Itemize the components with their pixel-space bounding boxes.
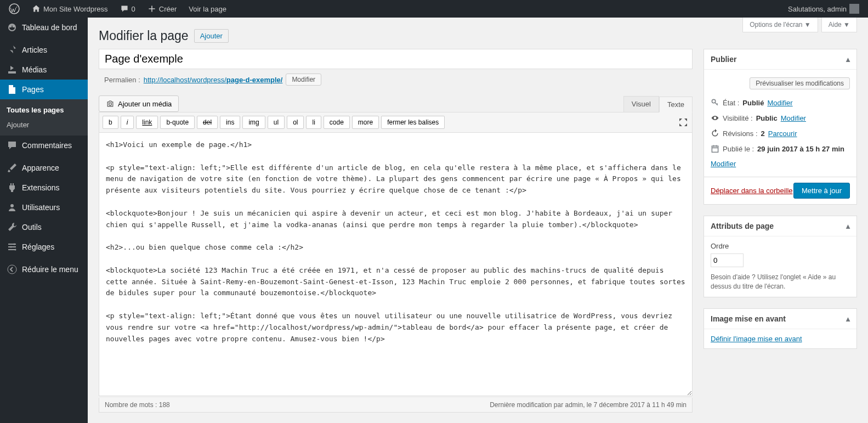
chevron-up-icon: ▴ [846, 55, 850, 64]
wp-logo[interactable] [4, 0, 24, 18]
screen-options-tab[interactable]: Options de l'écran ▼ [742, 18, 818, 32]
svg-point-7 [712, 99, 715, 103]
edit-date-link[interactable]: Modifier [711, 160, 736, 168]
sliders-icon [7, 241, 18, 252]
key-icon [711, 98, 719, 107]
comments-link[interactable]: 0 [116, 0, 140, 18]
published-date-row: Publié le : 29 juin 2017 à 15 h 27 min [711, 141, 850, 156]
main-content: Options de l'écran ▼ Aide ▼ Modifier la … [88, 18, 868, 423]
set-featured-image-link[interactable]: Définir l'image mise en avant [711, 335, 802, 343]
title-wrapper [99, 49, 693, 69]
camera-icon [106, 99, 115, 108]
pages-submenu: Toutes les pages Ajouter [0, 99, 88, 136]
qt-italic[interactable]: i [121, 116, 134, 129]
create-label: Créer [159, 5, 177, 13]
edit-slug-button[interactable]: Modifier [286, 74, 321, 86]
qt-ins[interactable]: ins [220, 116, 240, 129]
status-row: État : Publié Modifier [711, 95, 850, 110]
sidebar-item-settings[interactable]: Réglages [0, 237, 88, 257]
revisions-row: Révisions : 2 Parcourir [711, 126, 850, 141]
featured-image-header[interactable]: Image mise en avant ▴ [704, 309, 856, 329]
last-modified: Dernière modification par admin, le 7 dé… [490, 401, 687, 409]
permalink-url[interactable]: http://localhost/wordpress/page-d-exempl… [144, 76, 283, 84]
page-icon [7, 84, 18, 95]
sidebar-item-tools[interactable]: Outils [0, 217, 88, 237]
visibility-row: Visibilité : Public Modifier [711, 110, 850, 126]
sidebar-item-appearance[interactable]: Apparence [0, 158, 88, 178]
view-page-link[interactable]: Voir la page [184, 0, 231, 18]
qt-ul[interactable]: ul [268, 116, 285, 129]
qt-link[interactable]: link [136, 116, 158, 129]
permalink-label: Permalien : [104, 76, 140, 84]
editor-tab-text[interactable]: Texte [659, 97, 693, 112]
sidebar-item-comments[interactable]: Commentaires [0, 136, 88, 155]
new-content-link[interactable]: Créer [143, 0, 181, 18]
home-icon [32, 4, 41, 13]
dashboard-icon [7, 22, 18, 33]
plus-icon [147, 4, 156, 13]
eye-icon [711, 114, 719, 122]
browse-revisions-link[interactable]: Parcourir [768, 129, 797, 138]
menu-order-input[interactable] [711, 253, 744, 267]
title-input[interactable] [99, 49, 693, 69]
sidebar-item-posts[interactable]: Articles [0, 40, 88, 60]
preview-button[interactable]: Prévisualiser les modifications [750, 77, 850, 89]
featured-image-box: Image mise en avant ▴ Définir l'image mi… [704, 308, 857, 349]
trash-link[interactable]: Déplacer dans la corbeille [711, 187, 793, 195]
edit-status-link[interactable]: Modifier [767, 99, 792, 107]
page-attributes-header[interactable]: Attributs de page ▴ [704, 216, 856, 236]
qt-ol[interactable]: ol [287, 116, 304, 129]
sidebar-item-media[interactable]: Médias [0, 60, 88, 80]
submenu-add-page[interactable]: Ajouter [0, 117, 88, 132]
svg-point-3 [10, 246, 12, 248]
svg-point-2 [14, 244, 15, 245]
help-tab[interactable]: Aide ▼ [821, 18, 857, 32]
plugin-icon [7, 182, 18, 193]
sidebar-item-users[interactable]: Utilisateurs [0, 198, 88, 217]
svg-rect-8 [712, 146, 718, 152]
editor-tab-visual[interactable]: Visuel [623, 96, 659, 112]
qt-more[interactable]: more [352, 116, 379, 129]
avatar [849, 4, 859, 14]
qt-li[interactable]: li [306, 116, 321, 129]
edit-visibility-link[interactable]: Modifier [781, 114, 806, 122]
site-name-link[interactable]: Mon Site Wordpress [27, 0, 112, 18]
qt-close-tags[interactable]: fermer les balises [381, 116, 445, 129]
brush-icon [7, 162, 18, 173]
qt-blockquote[interactable]: b-quote [160, 116, 195, 129]
sidebar-item-plugins[interactable]: Extensions [0, 178, 88, 198]
content-editor[interactable] [99, 133, 693, 396]
submenu-all-pages[interactable]: Toutes les pages [0, 103, 88, 117]
qt-del[interactable]: del [197, 116, 218, 129]
calendar-icon [711, 144, 719, 153]
collapse-icon [7, 264, 18, 275]
sidebar-collapse[interactable]: Réduire le menu [0, 260, 88, 279]
pushpin-icon [7, 44, 18, 55]
word-count: Nombre de mots : 188 [105, 401, 170, 409]
chevron-up-icon: ▴ [846, 314, 850, 323]
order-label: Ordre [711, 242, 850, 250]
user-greeting[interactable]: Salutations, admin [784, 0, 864, 18]
admin-toolbar: Mon Site Wordpress 0 Créer Voir la page … [0, 0, 868, 18]
admin-sidebar: Tableau de bord Articles Médias Pages To… [0, 18, 88, 423]
chevron-up-icon: ▴ [846, 222, 850, 230]
sidebar-item-dashboard[interactable]: Tableau de bord [0, 18, 88, 37]
qt-bold[interactable]: b [103, 116, 118, 129]
qt-img[interactable]: img [242, 116, 265, 129]
fullscreen-icon[interactable] [678, 117, 689, 128]
add-new-button[interactable]: Ajouter [194, 29, 229, 43]
publish-box-header[interactable]: Publier ▴ [704, 49, 856, 70]
permalink-row: Permalien : http://localhost/wordpress/p… [99, 69, 693, 90]
svg-point-6 [109, 103, 112, 105]
page-attrs-help: Besoin d'aide ? Utilisez l'onglet « Aide… [711, 273, 850, 291]
publish-box: Publier ▴ Prévisualiser les modification… [704, 49, 857, 205]
editor-status-bar: Nombre de mots : 188 Dernière modificati… [99, 398, 693, 413]
add-media-button[interactable]: Ajouter un média [99, 95, 179, 112]
update-button[interactable]: Mettre à jour [793, 183, 850, 199]
page-title: Modifier la page [99, 29, 189, 43]
site-name-text: Mon Site Wordpress [43, 5, 108, 13]
sidebar-item-pages[interactable]: Pages [0, 80, 88, 99]
svg-point-1 [10, 204, 14, 207]
qt-code[interactable]: code [324, 116, 350, 129]
page-attributes-box: Attributs de page ▴ Ordre Besoin d'aide … [704, 216, 857, 297]
